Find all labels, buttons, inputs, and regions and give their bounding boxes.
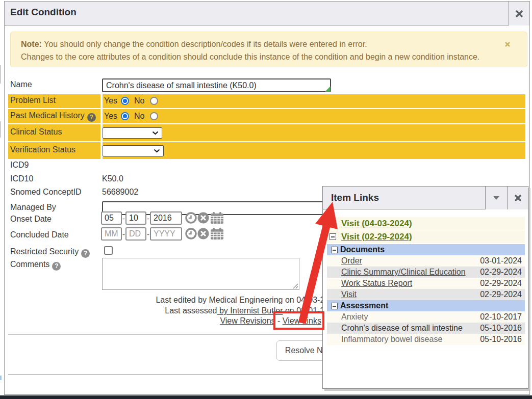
item-links-popup: Item Links Visit (04-03-2024) Visit (02-… [322,186,528,389]
visit-row: Visit (04-03-2024) [327,217,525,230]
concluded-date-label: Concluded Date [10,230,69,240]
list-item: Inflammatory bowel disease 05-10-2016 [327,334,525,345]
onset-month-input[interactable] [101,211,122,225]
clinical-status-label-cell: Clinical Status [8,124,100,141]
problem-list-label-cell: Problem List [8,94,100,108]
item-text: Anxiety [341,312,368,322]
popup-title: Item Links [331,192,379,203]
concluded-day-input[interactable] [125,227,146,241]
window-bottom-edge [0,395,532,399]
problem-list-value-cell: Yes No [103,94,525,108]
last-assessed-line: Last assessed by Internist Butler on 03-… [128,305,338,316]
clear-date-icon[interactable] [197,212,209,224]
item-date: 02-29-2024 [480,268,522,277]
list-item: Clinic Summary/Clinical Education 02-29-… [327,267,525,278]
popup-menu-button[interactable] [485,187,507,209]
calendar-icon[interactable] [210,227,224,240]
collapse-icon[interactable] [331,303,338,309]
concluded-year-input[interactable] [150,227,182,241]
verification-status-value-cell [103,142,525,159]
comments-textarea[interactable] [102,258,299,290]
name-input[interactable] [102,78,331,92]
section-row-documents: Documents [327,244,525,255]
verification-status-label: Verification Status [10,145,75,154]
footer-links: View Revisions - View Links [128,316,321,326]
yes-label: Yes [104,112,117,121]
screen: Edit Condition Note: You should only cha… [0,0,532,399]
problem-list-yes-radio[interactable] [121,97,129,105]
icd9-label: ICD9 [10,161,29,170]
section-label: Documents [340,245,385,254]
audit-lines: Last edited by Medical Engineering on 04… [128,295,338,316]
collapse-icon[interactable] [331,247,338,253]
dropdown-arrow-icon [493,196,500,200]
item-date: 02-29-2024 [480,279,522,288]
date-separator: - [122,230,125,238]
last-assessed-user-link[interactable]: by Internist Butler [217,306,283,315]
comments-label: Comments? [10,260,61,271]
clinical-status-value-cell [103,124,525,141]
close-icon [515,10,523,18]
pmh-yes-radio[interactable] [121,112,129,120]
item-date: 02-10-2017 [480,312,522,322]
page-edge-artifact [0,376,2,380]
list-item: Order 03-01-2024 [327,255,525,267]
item-link[interactable]: Order [341,256,362,265]
dialog-close-button[interactable] [509,2,529,25]
dialog-titlebar [5,2,529,25]
pmh-label: Past Medical History? [10,111,96,122]
section-label: Assessment [340,301,388,310]
onset-year-input[interactable] [150,211,182,225]
item-date: 05-10-2016 [480,324,522,333]
resize-handle-icon[interactable] [325,86,331,92]
item-text-current: Crohn's disease of small intestine [341,324,463,333]
no-label: No [134,112,144,121]
clinical-status-select[interactable] [103,127,162,139]
item-link[interactable]: Work Status Report [341,279,412,288]
onset-day-input[interactable] [125,211,146,225]
item-date: 03-01-2024 [480,256,522,265]
item-link[interactable]: Clinic Summary/Clinical Education [341,268,466,277]
view-revisions-link[interactable]: View Revisions [220,316,275,325]
no-label: No [134,96,144,105]
collapse-icon[interactable] [330,220,336,227]
clear-date-icon[interactable] [197,228,209,240]
onset-date-label: Onset Date [10,215,52,224]
help-icon[interactable]: ? [52,262,61,271]
date-separator: - [122,214,125,223]
visit-link[interactable]: Visit (02-29-2024) [341,232,412,242]
list-item: Anxiety 02-10-2017 [327,311,525,323]
page-edge-artifact [0,65,1,84]
clock-icon[interactable] [185,228,197,240]
collapse-icon[interactable] [330,233,336,240]
problem-list-no-radio[interactable] [150,97,158,105]
problem-list-label: Problem List [10,96,56,105]
note-close-button[interactable] [504,40,514,49]
help-icon[interactable]: ? [81,249,90,258]
warning-note-banner: Note: You should only change the conditi… [10,32,527,67]
view-links-link[interactable]: View Links [283,316,321,325]
visit-link[interactable]: Visit (04-03-2024) [341,219,412,229]
date-separator: - [147,230,149,238]
page-edge-artifact [0,121,1,138]
item-text: Inflammatory bowel disease [341,335,442,344]
resize-handle-icon[interactable] [293,283,298,289]
snomed-label: Snomed ConceptID [10,188,82,197]
help-icon[interactable]: ? [87,113,96,122]
pmh-no-radio[interactable] [150,112,158,120]
dialog-title: Edit Condition [10,7,77,18]
pmh-value-cell: Yes No [103,109,525,123]
list-item: Crohn's disease of small intestine 05-10… [327,323,525,334]
item-date: 02-29-2024 [480,290,522,299]
popup-close-button[interactable] [507,187,528,209]
restricted-security-label: Restricted Security? [10,247,90,258]
item-link[interactable]: Visit [341,290,357,299]
clock-icon[interactable] [185,212,197,224]
calendar-icon[interactable] [210,211,224,224]
last-edited-line: Last edited by Medical Engineering on 04… [128,295,338,305]
concluded-month-input[interactable] [101,227,122,241]
verification-status-select[interactable] [103,145,164,156]
section-row-assessment: Assessment [327,300,525,311]
yes-label: Yes [104,96,117,105]
restricted-security-checkbox[interactable] [104,246,113,255]
